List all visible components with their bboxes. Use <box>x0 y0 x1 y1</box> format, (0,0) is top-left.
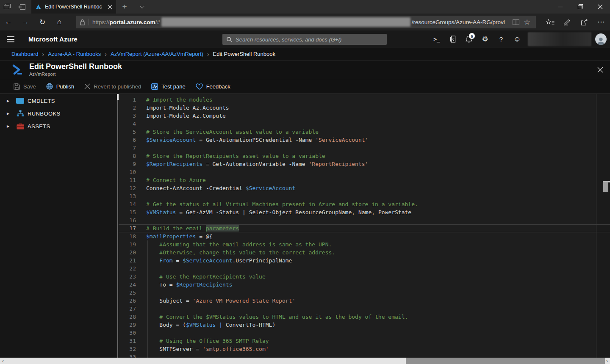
horizontal-scrollbar[interactable]: ‹ › <box>0 358 610 364</box>
new-tab-button[interactable]: + <box>116 0 133 14</box>
runbooks-icon <box>17 110 24 117</box>
breadcrumb-item-azure-aa-runbooks[interactable]: Azure-AA - Runbooks <box>48 51 101 57</box>
code-text: Connect-AzAccount -Credential $ServiceAc… <box>136 184 610 192</box>
code-line-26[interactable]: 26 Subject = 'Azure VM Powered State Rep… <box>119 297 610 305</box>
help-button[interactable]: ? <box>493 30 509 48</box>
avatar[interactable] <box>595 33 607 45</box>
expand-arrow-icon[interactable]: ▶ <box>7 99 12 103</box>
test-pane-button[interactable]: Test pane <box>151 83 185 90</box>
code-line-6[interactable]: 6$ServiceAccount = Get-AutomationPSCrede… <box>119 136 610 144</box>
line-number: 1 <box>119 96 136 104</box>
global-search-box[interactable] <box>222 34 387 45</box>
tab-list-button[interactable] <box>133 0 150 14</box>
code-text <box>136 168 610 176</box>
code-line-28[interactable]: 28 # Convert the $VMStatus values to HTM… <box>119 313 610 321</box>
code-line-30[interactable]: 30 <box>119 329 610 337</box>
minimize-button[interactable] <box>550 0 570 14</box>
home-button[interactable]: ⌂ <box>51 14 68 30</box>
directory-filter-icon <box>449 36 457 43</box>
code-line-16[interactable]: 16 <box>119 216 610 224</box>
line-number: 17 <box>119 224 136 232</box>
code-line-13[interactable]: 13 <box>119 192 610 200</box>
code-line-1[interactable]: 1# Import the modules <box>119 96 610 104</box>
set-tabs-aside-button[interactable] <box>14 0 29 14</box>
restore-button[interactable] <box>570 0 590 14</box>
notifications-button[interactable]: 6 <box>461 30 477 48</box>
code-line-18[interactable]: 18$mailProperties = @{ <box>119 232 610 240</box>
code-line-21[interactable]: 21 From = $ServiceAccount.UserPrincipalN… <box>119 256 610 265</box>
refresh-button[interactable]: ↻ <box>34 14 51 30</box>
close-window-button[interactable] <box>590 0 610 14</box>
cloud-shell-button[interactable]: >_ <box>429 30 445 48</box>
revert-x-icon <box>84 83 90 89</box>
code-line-11[interactable]: 11# Connect to Azure <box>119 176 610 184</box>
publish-button[interactable]: Publish <box>46 83 75 90</box>
more-menu-button[interactable]: ⋯ <box>593 14 610 30</box>
code-line-20[interactable]: 20 #Otherwise, change this value to the … <box>119 248 610 256</box>
feedback-smiley-button[interactable]: ☺ <box>509 30 525 48</box>
code-line-3[interactable]: 3Import-Module Az.Compute <box>119 112 610 120</box>
chevron-down-icon <box>140 4 144 8</box>
line-number: 8 <box>119 152 136 160</box>
browser-window: Edit PowerShell Runboc + <box>0 0 610 364</box>
directory-filter-button[interactable] <box>445 30 461 48</box>
toolbar-label: Feedback <box>206 83 230 90</box>
code-line-31[interactable]: 31 # Using the Office 365 SMTP Relay <box>119 337 610 345</box>
global-search-input[interactable] <box>236 36 383 43</box>
code-line-17[interactable]: 17# Build the email parameters <box>119 224 610 232</box>
tab-close-icon[interactable] <box>108 5 112 9</box>
add-favorite-button[interactable]: ☆ <box>521 18 532 27</box>
tab-preview-button[interactable] <box>0 0 14 14</box>
code-line-9[interactable]: 9$ReportRecipients = Get-AutomationVaria… <box>119 160 610 168</box>
forward-button[interactable]: → <box>17 14 34 30</box>
code-line-12[interactable]: 12Connect-AzAccount -Credential $Service… <box>119 184 610 192</box>
scroll-right-arrow[interactable]: › <box>604 358 610 364</box>
toolbar-label: Publish <box>56 83 75 90</box>
sidebar-item-runbooks[interactable]: ▶RUNBOOKS <box>0 107 117 120</box>
scroll-left-arrow[interactable]: ‹ <box>0 358 6 364</box>
code-line-2[interactable]: 2Import-Module Az.Accounts <box>119 104 610 112</box>
expand-arrow-icon[interactable]: ▶ <box>7 112 12 116</box>
code-line-23[interactable]: 23 # Use the ReportRecipients value <box>119 273 610 281</box>
code-line-24[interactable]: 24 To = $ReportRecipients <box>119 281 610 289</box>
assets-icon <box>17 123 24 130</box>
browser-tab[interactable]: Edit PowerShell Runboc <box>31 0 116 14</box>
sidebar-item-assets[interactable]: ▶ASSETS <box>0 120 117 132</box>
azure-header-actions: >_ 6 ⚙ ? ☺ <box>429 30 610 48</box>
code-line-22[interactable]: 22 <box>119 265 610 273</box>
feedback-button[interactable]: Feedback <box>196 83 230 90</box>
code-line-15[interactable]: 15$VMStatus = Get-AzVM -Status | Select-… <box>119 208 610 216</box>
code-line-25[interactable]: 25 <box>119 289 610 297</box>
editor-scrollbar-thumb[interactable] <box>603 182 608 192</box>
code-line-10[interactable]: 10 <box>119 168 610 176</box>
hub-favorites-button[interactable] <box>542 14 559 30</box>
code-line-19[interactable]: 19 #Assuming that the email address is s… <box>119 240 610 248</box>
code-editor[interactable]: 1# Import the modules2Import-Module Az.A… <box>119 94 610 358</box>
code-text: Body = ($VMStatus | ConvertTo-HTML) <box>136 321 610 329</box>
address-bar[interactable]: https://portal.azure.com/# /resourceGrou… <box>76 16 536 28</box>
reading-view-button[interactable] <box>510 19 521 25</box>
test-pane-icon <box>151 83 158 90</box>
close-blade-button[interactable] <box>597 67 603 73</box>
web-note-button[interactable] <box>559 14 576 30</box>
code-line-14[interactable]: 14# Get the status of all Virtual Machin… <box>119 200 610 208</box>
breadcrumb-item-azvmreport-azure-aa-azvmreport[interactable]: AzVmReport (Azure-AA/AzVmReport) <box>111 51 203 57</box>
code-line-5[interactable]: 5# Store the ServiceAccount asset value … <box>119 128 610 136</box>
code-line-32[interactable]: 32 SMTPServer = 'smtp.office365.com' <box>119 345 610 353</box>
expand-arrow-icon[interactable]: ▶ <box>7 124 12 128</box>
settings-button[interactable]: ⚙ <box>477 30 493 48</box>
code-line-7[interactable]: 7 <box>119 144 610 152</box>
code-text <box>136 305 610 313</box>
share-button[interactable] <box>576 14 593 30</box>
line-number: 27 <box>119 305 136 313</box>
code-line-29[interactable]: 29 Body = ($VMStatus | ConvertTo-HTML) <box>119 321 610 329</box>
code-line-8[interactable]: 8# Store the ReportRecipients asset valu… <box>119 152 610 160</box>
horizontal-scrollbar-thumb[interactable] <box>406 358 605 364</box>
sidebar-item-cmdlets[interactable]: ▶CMDLETS <box>0 94 117 107</box>
back-button[interactable]: ← <box>0 14 17 30</box>
code-line-4[interactable]: 4 <box>119 120 610 128</box>
code-line-27[interactable]: 27 <box>119 305 610 313</box>
code-line-33[interactable]: 33 <box>119 353 610 358</box>
hamburger-menu-button[interactable] <box>0 30 21 48</box>
breadcrumb-item-dashboard[interactable]: Dashboard <box>11 51 39 57</box>
